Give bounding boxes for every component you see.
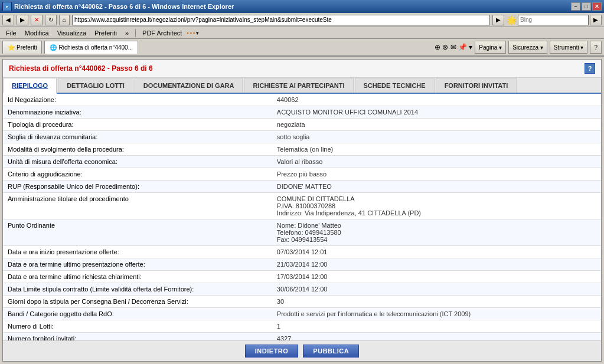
row-label: Punto Ordinante (3, 219, 272, 246)
go-button[interactable]: ▶ (492, 15, 504, 25)
globe-tab-icon: 🌐 (50, 44, 57, 51)
row-label: Unità di misura dell'offerta economica: (3, 156, 272, 168)
main-content: Richiesta di offerta n°440062 - Passo 6 … (0, 57, 604, 364)
menu-visualizza[interactable]: Visualizza (54, 29, 90, 37)
table-row: RUP (Responsabile Unico del Procedimento… (3, 181, 601, 193)
table-row: Data Limite stipula contratto (Limite va… (3, 283, 601, 296)
row-label: Bandi / Categorie oggetto della RdO: (3, 308, 272, 320)
menu-modifica[interactable]: Modifica (21, 29, 53, 37)
row-label: Soglia di rilevanza comunitaria: (3, 131, 272, 143)
table-row: Id Negoziazione: 440062 (3, 94, 601, 106)
page-title: Richiesta di offerta n°440062 - Passo 6 … (9, 64, 153, 73)
tab-dettaglio-lotti[interactable]: DETTAGLIO LOTTI (58, 78, 133, 93)
table-row: Bandi / Categorie oggetto della RdO: Pro… (3, 308, 601, 320)
row-label: Id Negoziazione: (3, 94, 272, 106)
table-row: Tipologia di procedura: negoziata (3, 119, 601, 131)
pdf-icon3: ▪ (193, 30, 195, 36)
pubblica-button[interactable]: PUBBLICA (303, 345, 359, 358)
table-row: Punto Ordinante Nome: Didone' Matteo Tel… (3, 219, 601, 246)
help-button[interactable]: ? (585, 63, 595, 74)
pdf-icon2: ▪ (190, 30, 192, 36)
table-row: Denominazione iniziativa: ACQUISTO MONIT… (3, 106, 601, 119)
action-bar: INDIETRO PUBBLICA (3, 340, 601, 361)
row-value: Telematica (on line) (272, 143, 601, 156)
browser-toolbar: ⭐ Preferiti 🌐 Richiesta di offerta n°440… (0, 39, 604, 57)
tab-fornitori[interactable]: FORNITORI INVITATI (436, 78, 517, 93)
row-value: 07/03/2014 12:01 (272, 246, 601, 258)
tab-richiesta-label: Richiesta di offerta n°4400... (58, 44, 133, 51)
menu-file[interactable]: File (2, 29, 20, 37)
row-label: Data Limite stipula contratto (Limite va… (3, 283, 272, 296)
table-row: Numero di Lotti: 1 (3, 320, 601, 333)
pagina-button[interactable]: Pagina ▾ (475, 41, 506, 54)
menu-bar: File Modifica Visualizza Preferiti » PDF… (0, 27, 604, 39)
tab-riepilogo[interactable]: RIEPILOGO (3, 78, 57, 94)
sicurezza-button[interactable]: Sicurezza ▾ (508, 41, 547, 54)
row-label: Numero di Lotti: (3, 320, 272, 333)
row-label: RUP (Responsabile Unico del Procedimento… (3, 181, 272, 193)
help-toolbar-button[interactable]: ? (590, 41, 602, 54)
row-label: Criterio di aggiudicazione: (3, 168, 272, 181)
row-value: Prodotti e servizi per l'informatica e l… (272, 308, 601, 320)
table-row: Soglia di rilevanza comunitaria: sotto s… (3, 131, 601, 143)
menu-more[interactable]: » (122, 29, 132, 37)
row-label: Data e ora termine ultimo presentazione … (3, 258, 272, 271)
minimize-button[interactable]: – (571, 2, 580, 11)
table-row: Unità di misura dell'offerta economica: … (3, 156, 601, 168)
page-header: Richiesta di offerta n°440062 - Passo 6 … (3, 60, 601, 78)
row-value: 21/03/2014 12:00 (272, 258, 601, 271)
app-icon: e (2, 2, 12, 11)
menu-separator (135, 29, 136, 37)
menu-pdf-architect[interactable]: PDF Architect (139, 29, 185, 37)
pdf-dropdown[interactable]: ▾ (196, 30, 199, 36)
row-value: 440062 (272, 94, 601, 106)
row-value: COMUNE DI CITTADELLA P.IVA: 81000370288 … (272, 193, 601, 219)
row-value: ACQUISTO MONITOR UFFICI COMUNALI 2014 (272, 106, 601, 119)
row-value: Nome: Didone' Matteo Telefono: 049941358… (272, 219, 601, 246)
table-row: Data e ora inizio presentazione offerte:… (3, 246, 601, 258)
pdf-icon1: ▪ (187, 30, 188, 36)
row-value: sotto soglia (272, 131, 601, 143)
maximize-button[interactable]: □ (582, 2, 591, 11)
bing-icon: 🌟 (507, 15, 517, 25)
table-row: Giorni dopo la stipula per Consegna Beni… (3, 296, 601, 308)
refresh-button[interactable]: ↻ (45, 15, 57, 25)
stop-button[interactable]: ✕ (31, 15, 43, 25)
row-label: Modalità di svolgimento della procedura: (3, 143, 272, 156)
tab-documentazione[interactable]: DOCUMENTAZIONE DI GARA (135, 78, 243, 93)
window-title: Richiesta di offerta n°440062 - Passo 6 … (14, 3, 234, 10)
row-label: Giorni dopo la stipula per Consegna Beni… (3, 296, 272, 308)
row-value: DIDONE' MATTEO (272, 181, 601, 193)
forward-nav-button[interactable]: ▶ (17, 15, 28, 25)
row-value: negoziata (272, 119, 601, 131)
row-label: Tipologia di procedura: (3, 119, 272, 131)
data-table: Id Negoziazione: 440062 Denominazione in… (3, 94, 601, 345)
table-row: Data e ora termine ultimo presentazione … (3, 258, 601, 271)
search-button[interactable]: ▶ (590, 15, 602, 25)
tab-richiesta[interactable]: 🌐 Richiesta di offerta n°4400... (44, 41, 138, 54)
address-input[interactable] (72, 15, 490, 25)
row-value: Prezzo più basso (272, 168, 601, 181)
ie-content-area: Richiesta di offerta n°440062 - Passo 6 … (2, 59, 602, 362)
strumenti-button[interactable]: Strumenti ▾ (550, 41, 588, 54)
nav-icons: ⊕ ⊗ ✉ 📌 ▾ (435, 43, 472, 51)
tab-preferiti[interactable]: ⭐ Preferiti (2, 41, 42, 54)
back-nav-button[interactable]: ◀ (2, 15, 14, 25)
star-icon: ⭐ (8, 44, 15, 51)
home-button[interactable]: ⌂ (59, 15, 70, 25)
title-bar: e Richiesta di offerta n°440062 - Passo … (0, 0, 604, 13)
row-value: 30/06/2014 12:00 (272, 283, 601, 296)
table-row: Amministrazione titolare del procediment… (3, 193, 601, 219)
search-input[interactable] (518, 15, 589, 25)
row-label: Data e ora inizio presentazione offerte: (3, 246, 272, 258)
row-label: Data e ora termine ultimo richiesta chia… (3, 271, 272, 283)
indietro-button[interactable]: INDIETRO (245, 345, 299, 358)
table-row: Criterio di aggiudicazione: Prezzo più b… (3, 168, 601, 181)
close-button[interactable]: ✕ (592, 2, 602, 11)
row-value: 1 (272, 320, 601, 333)
row-value: 30 (272, 296, 601, 308)
tab-schede[interactable]: SCHEDE TECNICHE (355, 78, 435, 93)
tab-richieste[interactable]: RICHIESTE AI PARTECIPANTI (244, 78, 353, 93)
menu-preferiti[interactable]: Preferiti (91, 29, 120, 37)
row-label: Denominazione iniziativa: (3, 106, 272, 119)
